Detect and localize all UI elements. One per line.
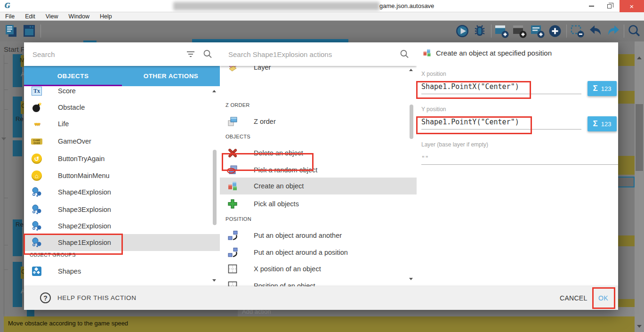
action-label: Pick all objects (254, 200, 299, 208)
scroll-up-icon[interactable] (212, 90, 216, 92)
list-item-shapes-group[interactable]: Shapes (24, 263, 220, 280)
action-search-input[interactable] (228, 50, 400, 58)
search-toolbar-icon[interactable] (627, 24, 642, 39)
menu-window[interactable]: Window (64, 12, 95, 21)
dialog-footer: ? HELP FOR THIS ACTION CANCEL OK (24, 286, 618, 310)
action-item-put-around-position[interactable]: Put an object around a position (220, 244, 417, 261)
object-label: Shape1Explosion (58, 239, 111, 246)
object-label: Shape2Explosion (58, 222, 111, 230)
action-item-layer[interactable]: Layer (220, 66, 417, 76)
play-icon[interactable] (455, 24, 470, 39)
action-title: Create an object at specified position (436, 49, 552, 57)
scene-tab-sliver (192, 39, 348, 42)
action-item-x-position[interactable]: X position of an object (220, 260, 417, 277)
scrollbar-thumb[interactable] (213, 150, 217, 225)
toolbar-separator (491, 24, 491, 38)
filter-icon[interactable] (186, 50, 195, 58)
help-icon: ? (40, 292, 51, 303)
action-label: Put an object around another (254, 232, 342, 239)
help-label: HELP FOR THIS ACTION (57, 294, 137, 301)
action-label: Delete an object (254, 149, 303, 157)
action-item-position[interactable]: Position of an object (220, 277, 417, 286)
close-button[interactable]: × (620, 0, 644, 12)
y-position-label: Y position (421, 106, 446, 113)
ok-button[interactable]: OK (598, 292, 608, 304)
list-item-gameover[interactable]: GAME OVER GameOver (24, 133, 220, 150)
toolbar-separator (40, 24, 41, 38)
scene-tab-label: Start F (4, 45, 25, 53)
scene-editor-icon[interactable] (22, 24, 37, 39)
add-subevent-icon[interactable] (512, 24, 527, 39)
list-item-shape4explosion[interactable]: Shape4Explosion (24, 184, 220, 201)
action-item-pick-all[interactable]: Pick all objects (220, 195, 417, 212)
toolbar-separator (624, 24, 624, 38)
scroll-down-icon[interactable] (212, 279, 216, 282)
window-scrollbar (635, 41, 644, 332)
list-item-life[interactable]: ♥♥♥ Life (24, 115, 220, 132)
tab-other-actions[interactable]: OTHER ACTIONS (122, 66, 220, 86)
redacted-title-segment (173, 2, 379, 10)
menu-edit[interactable]: Edit (20, 12, 40, 21)
list-item-buttontryagain[interactable]: ↺ ButtonTryAgain (24, 150, 220, 167)
event-comment: Move obstacle according to the game spee… (4, 316, 635, 332)
object-label: Score (58, 87, 76, 95)
add-comment-icon[interactable] (530, 24, 545, 39)
tree-tick (4, 269, 8, 270)
menu-help[interactable]: Help (95, 12, 117, 21)
menu-view[interactable]: View (40, 12, 64, 21)
title-bar: G game.json.autosave × (0, 0, 644, 12)
menu-file[interactable]: File (0, 12, 20, 21)
list-item-shape1explosion-selected[interactable]: Shape1Explosion (24, 234, 220, 251)
add-circle-icon[interactable] (547, 24, 563, 39)
scrollbar-thumb[interactable] (410, 105, 413, 139)
comment-block (618, 54, 635, 66)
scroll-up-icon[interactable] (409, 69, 413, 71)
action-item-z-order[interactable]: Z order (220, 113, 417, 130)
x-position-field[interactable] (421, 82, 581, 94)
y-position-field[interactable] (421, 118, 581, 130)
action-item-create-object-selected[interactable]: Create an object (220, 178, 417, 194)
layer-field[interactable] (421, 154, 618, 165)
sigma-icon: Σ (593, 119, 598, 129)
list-item-shape3explosion[interactable]: Shape3Explosion (24, 201, 220, 218)
search-icon[interactable] (400, 49, 409, 59)
scroll-up-icon (637, 57, 642, 59)
position-icon (227, 263, 238, 275)
action-list: Layer Z ORDER Z order OBJECTS (220, 66, 417, 286)
y-expression-button[interactable]: Σ 123 (588, 116, 617, 131)
scroll-down-icon[interactable] (409, 278, 413, 280)
tree-tick (4, 89, 8, 90)
bomb-icon (31, 102, 42, 113)
x-position-label: X position (421, 71, 446, 77)
restore-button[interactable] (602, 0, 617, 12)
app-logo-icon: G (5, 1, 10, 10)
tab-objects[interactable]: OBJECTS (24, 66, 122, 86)
object-search-input[interactable] (32, 50, 186, 58)
x-expression-button[interactable]: Σ 123 (588, 81, 617, 96)
help-button[interactable]: ? HELP FOR THIS ACTION (40, 292, 137, 303)
remove-event-icon[interactable] (570, 24, 585, 39)
layer-icon (227, 66, 238, 73)
add-event-icon[interactable] (494, 24, 509, 39)
action-item-delete-object[interactable]: Delete an object (220, 145, 417, 162)
collapse-arrow-icon (1, 138, 6, 140)
list-item-obstacle[interactable]: Obstacle (24, 99, 220, 116)
debug-icon[interactable] (472, 24, 487, 39)
minimize-button[interactable] (584, 0, 599, 12)
tree-tick (4, 109, 8, 110)
list-item-shape2explosion[interactable]: Shape2Explosion (24, 218, 220, 235)
project-manager-icon[interactable] (4, 24, 19, 39)
undo-icon[interactable] (588, 24, 603, 39)
list-item-score[interactable]: Tx Score (24, 86, 220, 99)
put-around-icon (227, 230, 238, 241)
action-item-put-around-another[interactable]: Put an object around another (220, 227, 417, 244)
search-icon[interactable] (203, 49, 212, 59)
sigma-icon: Σ (593, 84, 598, 93)
cancel-button[interactable]: CANCEL (560, 292, 588, 304)
list-item-buttonmainmenu[interactable]: ⌂ ButtonMainMenu (24, 167, 220, 184)
action-item-pick-random[interactable]: Pick a random object (220, 162, 417, 178)
redo-icon[interactable] (606, 24, 621, 39)
retry-button-icon: ↺ (32, 154, 42, 164)
toolbar (0, 21, 644, 41)
comment-block (618, 156, 635, 175)
